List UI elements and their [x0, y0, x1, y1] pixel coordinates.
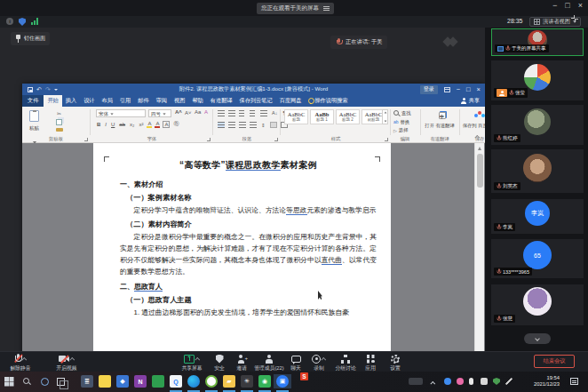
- tray-pink-icon[interactable]: [457, 378, 464, 385]
- tray-shield-icon[interactable]: [493, 378, 500, 385]
- qat-dropdown-icon[interactable]: [54, 89, 58, 91]
- unmute-button[interactable]: 解除静音: [0, 354, 41, 372]
- tray-pen-icon[interactable]: [505, 378, 513, 385]
- taskbar-app-qq-browser[interactable]: Q: [169, 374, 183, 388]
- character-border-icon[interactable]: A: [163, 121, 170, 128]
- font-name-select[interactable]: 宋体: [96, 109, 146, 117]
- settings-button[interactable]: 设置: [380, 354, 410, 372]
- start-video-button[interactable]: 开启视频: [46, 354, 87, 372]
- italic-button[interactable]: I: [104, 122, 107, 127]
- taskbar-app-sticky-notes[interactable]: [98, 374, 112, 388]
- decrease-indent-icon[interactable]: [250, 110, 257, 116]
- tab-视图[interactable]: 视图: [171, 95, 188, 108]
- tray-blue-icon[interactable]: [444, 378, 451, 385]
- multilevel-list-icon[interactable]: [239, 110, 246, 116]
- editing-替换[interactable]: ab替换: [393, 119, 411, 125]
- document-page[interactable]: “高等数学”课程思政教学素材案例一、素材介绍（一）案例素材名称定积分学习中蕴含的…: [93, 143, 391, 352]
- font-size-select[interactable]: 四号: [148, 109, 171, 117]
- styles-scroll[interactable]: [382, 109, 388, 124]
- style-card-标题 2[interactable]: AaBbC标题 2: [336, 109, 360, 124]
- styles-dialog-launcher[interactable]: [385, 138, 388, 141]
- grow-font-icon[interactable]: A˄: [174, 109, 183, 115]
- chevron-up-icon[interactable]: [195, 356, 200, 362]
- save-icon[interactable]: [28, 87, 33, 92]
- youdao-button-label[interactable]: 打开 有道翻译: [422, 123, 457, 128]
- shading-icon[interactable]: [270, 122, 277, 128]
- document-area[interactable]: “高等数学”课程思政教学素材案例一、素材介绍（一）案例素材名称定积分学习中蕴含的…: [22, 143, 485, 352]
- login-button[interactable]: 登录: [420, 85, 438, 94]
- action-center-button[interactable]: [567, 374, 581, 388]
- tab-文件[interactable]: 文件: [22, 95, 44, 108]
- network-signal-icon[interactable]: [31, 18, 39, 25]
- justify-icon[interactable]: [250, 122, 257, 128]
- tab-开始[interactable]: 开始: [44, 95, 61, 108]
- align-left-icon[interactable]: [218, 122, 225, 128]
- clipboard-dialog-launcher[interactable]: [84, 138, 88, 141]
- copy-icon[interactable]: [56, 119, 62, 125]
- bold-button[interactable]: B: [96, 122, 101, 127]
- strikethrough-button[interactable]: ab: [118, 122, 126, 127]
- font-dialog-launcher[interactable]: [207, 138, 211, 141]
- share-button[interactable]: 共享: [456, 95, 485, 107]
- align-center-icon[interactable]: [228, 122, 235, 128]
- change-case-icon[interactable]: Aa: [194, 109, 202, 115]
- subscript-button[interactable]: x₂: [129, 122, 135, 127]
- numbering-icon[interactable]: [228, 110, 235, 116]
- pin-view-button[interactable]: 钉住画面: [11, 32, 50, 45]
- task-view-button[interactable]: [53, 374, 68, 388]
- taskbar-app-green-circle-app[interactable]: [204, 374, 219, 388]
- participant-tile[interactable]: 于美的屏幕共享: [491, 28, 584, 56]
- participant-tile[interactable]: 刘英杰: [491, 149, 584, 193]
- youdao-translate-icon[interactable]: A中: [434, 111, 446, 119]
- minimize-button[interactable]: −: [552, 1, 557, 10]
- redo-icon[interactable]: ↷: [45, 86, 51, 93]
- scroll-up-icon[interactable]: [478, 147, 481, 150]
- format-painter-icon[interactable]: [56, 128, 63, 132]
- align-right-icon[interactable]: [239, 122, 246, 128]
- taskbar-app-onenote[interactable]: N: [133, 374, 147, 388]
- word-maximize-button[interactable]: □: [466, 85, 471, 93]
- info-icon[interactable]: i: [6, 18, 13, 25]
- tray-phone-icon[interactable]: [481, 378, 488, 385]
- superscript-button[interactable]: x²: [138, 122, 144, 127]
- end-meeting-button[interactable]: 结束会议: [534, 355, 575, 368]
- taskbar-search[interactable]: [20, 374, 34, 388]
- participant-tile[interactable]: 李岚李岚: [491, 199, 584, 234]
- underline-button[interactable]: U: [110, 122, 115, 127]
- cut-icon[interactable]: ✂: [56, 110, 63, 116]
- tell-me-search[interactable]: 操作说明搜索: [305, 95, 351, 107]
- participant-tile[interactable]: 65133****3965: [491, 239, 584, 278]
- tray-mic-icon[interactable]: [469, 378, 473, 385]
- taskbar-app-blue-office-app[interactable]: ◆: [115, 374, 130, 388]
- enclose-character-icon[interactable]: ⓐ: [172, 120, 179, 128]
- clear-format-icon[interactable]: A: [203, 109, 209, 115]
- ribbon-display-options-icon[interactable]: [444, 87, 450, 92]
- participant-tile[interactable]: 张慧: [491, 284, 584, 325]
- tab-百度网盘[interactable]: 百度网盘: [276, 95, 306, 108]
- document-scrollbar[interactable]: [474, 143, 484, 352]
- line-spacing-icon[interactable]: ⇕: [260, 123, 266, 128]
- chevron-up-icon[interactable]: [321, 356, 326, 362]
- style-card-标题[interactable]: AaBbC标题: [284, 109, 308, 124]
- tab-帮助[interactable]: 帮助: [188, 95, 206, 108]
- taskbar-app-wechat[interactable]: ◉: [258, 374, 272, 388]
- sort-icon[interactable]: A↓: [271, 110, 278, 116]
- taskbar-app-edge[interactable]: [187, 374, 201, 388]
- taskbar-app-green-app[interactable]: [151, 374, 165, 388]
- security-shield-icon[interactable]: [19, 18, 26, 26]
- tab-有道翻译[interactable]: 有道翻译: [207, 95, 236, 108]
- font-color-button[interactable]: A: [155, 121, 160, 128]
- word-title-bar[interactable]: ↶ ↷ 附件2. 课程思政教学素材案例汇编1-3.docx [兼容模式] - W…: [22, 84, 485, 95]
- undo-icon[interactable]: ↶: [36, 86, 42, 93]
- tab-引用[interactable]: 引用: [116, 95, 134, 108]
- taskbar-app-calculator[interactable]: ≣: [80, 374, 94, 388]
- chevron-up-icon[interactable]: [21, 356, 27, 362]
- start-button[interactable]: [2, 374, 16, 388]
- editing-选择[interactable]: ▷选择: [393, 127, 411, 133]
- shrink-font-icon[interactable]: A˅: [184, 110, 193, 116]
- screen-recorder-tray-icon[interactable]: [409, 378, 423, 385]
- word-close-button[interactable]: ×: [477, 85, 481, 93]
- increase-indent-icon[interactable]: [260, 110, 267, 116]
- taskbar-app-file-explorer[interactable]: ▰: [222, 374, 236, 388]
- tab-邮件[interactable]: 邮件: [134, 95, 152, 108]
